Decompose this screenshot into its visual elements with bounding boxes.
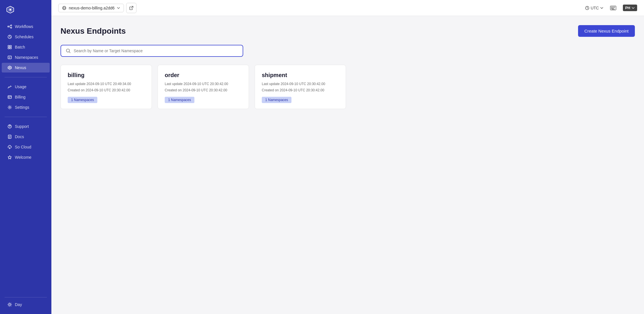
search-input[interactable] [74,49,238,53]
sidebar-item-support[interactable]: Support [2,122,50,131]
endpoint-name: order [165,72,242,78]
sidebar-item-namespaces[interactable]: Namespaces [2,53,50,62]
sidebar-divider-3 [5,297,47,297]
endpoint-card[interactable]: shipment Last update 2024-09-10 UTC 20:3… [255,65,346,109]
svg-point-23 [9,127,10,128]
svg-line-35 [11,303,11,304]
settings-icon [7,105,12,110]
svg-rect-9 [8,47,9,49]
sidebar-item-usage[interactable]: Usage [2,82,50,92]
header-left: nexus-demo-billing.a2dd6 [58,3,136,13]
usage-icon [7,84,12,89]
svg-rect-45 [614,7,615,8]
chevron-down-icon [117,6,120,10]
svg-point-1 [8,26,9,27]
sidebar-item-schedules[interactable]: Schedules [2,32,50,42]
main: nexus-demo-billing.a2dd6 UTC [51,0,644,314]
sidebar-nav-top: Workflows Schedules Batch Nam [0,19,51,75]
utc-selector[interactable]: UTC [585,6,603,10]
external-link-button[interactable] [126,3,136,13]
search-icon [66,48,71,53]
support-icon [7,124,12,129]
sidebar-item-nexus[interactable]: Nexus [2,63,50,73]
temporal-logo-icon [6,5,15,14]
keyboard-icon [610,6,616,10]
sidebar-nav-mid: Usage Billing Settings [0,80,51,114]
sidebar-item-workflows[interactable]: Workflows [2,22,50,31]
endpoint-last-update: Last update 2024-09-10 UTC 20:49:34.00 [68,81,145,86]
billing-icon [7,95,12,99]
endpoint-created-on: Created on 2024-09-10 UTC 20:30:42.00 [165,88,242,93]
namespace-badge[interactable]: 1 Namespaces [165,97,194,103]
svg-line-50 [69,52,71,53]
svg-point-0 [9,9,11,11]
endpoint-name: shipment [262,72,339,78]
svg-rect-11 [8,56,11,59]
svg-line-5 [9,27,11,28]
sidebar-item-socloud[interactable]: So Cloud [2,142,50,152]
svg-rect-24 [8,135,11,138]
namespaces-icon [7,55,12,60]
sidebar-item-settings[interactable]: Settings [2,102,50,112]
batch-icon [7,45,12,49]
svg-point-28 [9,304,11,305]
namespace-badge[interactable]: 1 Namespaces [262,97,291,103]
header: nexus-demo-billing.a2dd6 UTC [51,0,644,16]
nexus-icon [7,65,12,70]
svg-rect-43 [611,7,612,8]
utc-chevron-icon [600,6,603,10]
svg-point-21 [9,107,11,108]
svg-rect-18 [8,96,11,98]
schedules-icon [7,35,12,39]
page-title: Nexus Endpoints [61,27,126,36]
namespace-value: nexus-demo-billing.a2dd6 [69,6,114,10]
endpoint-last-update: Last update 2024-09-10 UTC 20:30:42.00 [165,81,242,86]
header-right: UTC PH [585,3,637,13]
workflows-icon [7,24,12,29]
namespace-icon [62,6,67,10]
create-nexus-endpoint-button[interactable]: Create Nexus Endpoint [578,25,635,37]
svg-point-2 [11,25,12,26]
sidebar-nav-support: Support Docs So Cloud Welcome [0,119,51,164]
endpoint-last-update: Last update 2024-09-10 UTC 20:30:42.00 [262,81,339,86]
avatar-chevron-icon [631,6,635,10]
sidebar-item-batch[interactable]: Batch [2,42,50,52]
welcome-icon [7,155,12,160]
content-area: Nexus Endpoints Create Nexus Endpoint bi… [51,16,644,314]
sidebar-item-welcome[interactable]: Welcome [2,152,50,162]
docs-icon [7,134,12,139]
sidebar-divider-2 [5,117,47,117]
endpoint-created-on: Created on 2024-09-10 UTC 20:30:42.00 [262,88,339,93]
sidebar-item-docs[interactable]: Docs [2,132,50,142]
svg-rect-8 [10,45,11,47]
sidebar-bottom: Day [0,295,51,314]
socloud-icon [7,145,12,149]
sidebar-item-billing[interactable]: Billing [2,92,50,102]
endpoint-name: billing [68,72,145,78]
search-wrapper [61,45,243,57]
search-container [61,45,635,57]
svg-rect-7 [8,45,9,47]
svg-line-33 [8,303,9,304]
svg-line-40 [131,6,133,8]
endpoints-grid: billing Last update 2024-09-10 UTC 20:49… [61,65,635,109]
external-link-icon [129,6,133,10]
sidebar-item-day[interactable]: Day [2,300,50,309]
page-header: Nexus Endpoints Create Nexus Endpoint [61,25,635,37]
svg-point-49 [67,49,70,52]
svg-point-3 [11,27,12,28]
endpoint-card[interactable]: billing Last update 2024-09-10 UTC 20:49… [61,65,152,109]
endpoint-created-on: Created on 2024-09-10 UTC 20:30:42.00 [68,88,145,93]
namespace-selector[interactable]: nexus-demo-billing.a2dd6 [58,4,124,12]
svg-line-4 [9,26,11,27]
svg-rect-10 [10,47,11,49]
svg-line-34 [11,306,11,306]
namespace-badge[interactable]: 1 Namespaces [68,97,97,103]
day-icon [7,302,12,307]
keyboard-shortcut-button[interactable] [608,3,618,13]
svg-rect-48 [612,9,614,9]
endpoint-card[interactable]: order Last update 2024-09-10 UTC 20:30:4… [158,65,249,109]
logo[interactable] [0,0,51,19]
clock-icon [585,6,589,10]
user-avatar-button[interactable]: PH [623,5,637,11]
